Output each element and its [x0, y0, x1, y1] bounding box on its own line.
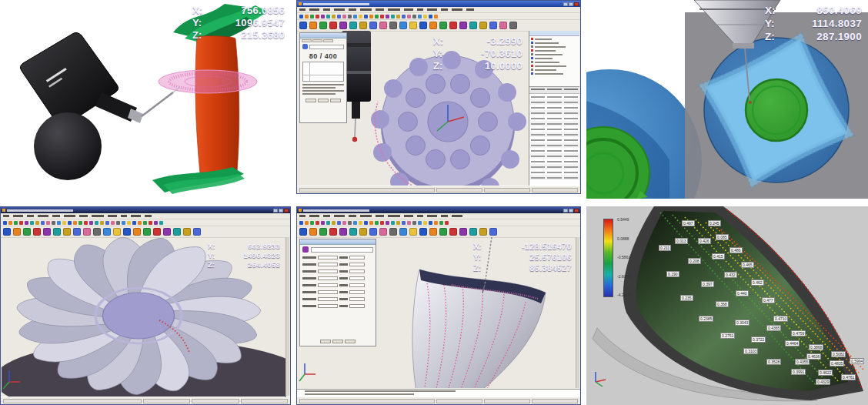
toolbar-icon[interactable]: [407, 15, 411, 18]
toolbar-icon[interactable]: [100, 221, 104, 225]
toolbar-icon[interactable]: [459, 22, 467, 29]
toolbar-icon[interactable]: [423, 15, 427, 18]
toolbar-icon[interactable]: [399, 22, 407, 29]
menu-item[interactable]: [309, 215, 319, 217]
toolbar-icon[interactable]: [193, 228, 201, 236]
toolbar-icon[interactable]: [52, 221, 55, 225]
toolbar-icon[interactable]: [143, 221, 147, 225]
toolbar-icon[interactable]: [409, 228, 417, 236]
value-input[interactable]: [349, 304, 365, 308]
toolbar-icon[interactable]: [310, 221, 314, 225]
menu-item[interactable]: [452, 215, 462, 217]
toolbar-icon[interactable]: [479, 228, 487, 236]
toolbar-icon[interactable]: [138, 221, 142, 225]
toolbar-icon[interactable]: [364, 15, 368, 18]
table-row[interactable]: [529, 105, 579, 110]
toolbar-icon[interactable]: [43, 228, 51, 236]
dialog-title-bar[interactable]: [300, 239, 376, 245]
toolbar-icon[interactable]: [449, 22, 457, 29]
table-row[interactable]: [529, 126, 579, 132]
toolbar-icon[interactable]: [391, 15, 395, 18]
menu-item[interactable]: [38, 215, 48, 217]
toolbar-icon[interactable]: [389, 22, 397, 29]
menu-item[interactable]: [64, 215, 75, 217]
toolbar-icon[interactable]: [319, 228, 327, 236]
toolbar-icon[interactable]: [132, 221, 136, 225]
toolbar-icon[interactable]: [439, 22, 447, 29]
table-row[interactable]: [529, 159, 579, 164]
menu-item[interactable]: [441, 8, 448, 11]
toolbar-icon[interactable]: [412, 15, 416, 18]
toolbar-icon[interactable]: [419, 22, 427, 29]
toolbar-icon[interactable]: [13, 228, 21, 236]
toolbar-icon[interactable]: [339, 22, 347, 29]
toolbar-icon[interactable]: [309, 22, 317, 29]
toolbar-icon[interactable]: [359, 22, 367, 29]
menu-item[interactable]: [299, 215, 305, 217]
table-row[interactable]: [529, 148, 579, 153]
dialog-button[interactable]: [330, 99, 341, 102]
value-input[interactable]: [349, 297, 365, 301]
toolbar-icon[interactable]: [396, 15, 400, 18]
tree-item[interactable]: [531, 72, 578, 75]
toolbar-icon[interactable]: [122, 221, 125, 225]
toolbar-icon[interactable]: [429, 221, 432, 225]
value-input[interactable]: [349, 283, 365, 287]
toolbar-icon[interactable]: [429, 15, 432, 18]
toolbar-icon[interactable]: [309, 228, 317, 236]
value-input[interactable]: [349, 256, 365, 259]
table-row[interactable]: [529, 137, 579, 142]
toolbar-icon[interactable]: [329, 22, 337, 29]
value-input[interactable]: [318, 263, 338, 266]
toolbar-icon[interactable]: [364, 221, 368, 225]
dialog-button[interactable]: [320, 340, 331, 343]
value-input[interactable]: [349, 290, 365, 294]
toolbar-icon[interactable]: [375, 221, 379, 225]
toolbar-icon[interactable]: [429, 22, 437, 29]
toolbar-icon[interactable]: [133, 228, 141, 236]
dialog-button[interactable]: [305, 99, 316, 102]
toolbar-icon[interactable]: [409, 22, 417, 29]
title-bar[interactable]: [1, 207, 290, 213]
toolbar-icon[interactable]: [353, 221, 357, 225]
menu-item[interactable]: [417, 8, 423, 11]
toolbar-icon[interactable]: [342, 15, 346, 18]
toolbar-icon[interactable]: [434, 221, 438, 225]
toolbar-icon[interactable]: [35, 221, 39, 225]
message-log[interactable]: [297, 389, 580, 397]
menu-item[interactable]: [13, 215, 23, 217]
toolbar-icon[interactable]: [369, 22, 377, 29]
toolbar-icon[interactable]: [423, 221, 427, 225]
toolbar-icon[interactable]: [348, 221, 352, 225]
menu-item[interactable]: [121, 215, 127, 217]
toolbar-icon[interactable]: [379, 22, 387, 29]
close-button[interactable]: [574, 2, 579, 6]
results-table[interactable]: [529, 86, 579, 186]
toolbar-icon[interactable]: [439, 221, 443, 225]
toolbar-icon[interactable]: [402, 221, 406, 225]
maximize-button[interactable]: [569, 2, 573, 6]
toolbar-icon[interactable]: [407, 221, 411, 225]
toolbar-icon[interactable]: [159, 221, 163, 225]
toolbar-icon[interactable]: [337, 221, 341, 225]
toolbar-icon[interactable]: [84, 221, 88, 225]
menu-item[interactable]: [334, 215, 345, 217]
value-input[interactable]: [349, 276, 365, 280]
toolbar-icon[interactable]: [89, 221, 93, 225]
menu-item[interactable]: [452, 8, 462, 11]
toolbar-icon[interactable]: [402, 15, 406, 18]
toolbar-icon[interactable]: [434, 15, 438, 18]
toolbar-icon[interactable]: [116, 221, 120, 225]
menu-item[interactable]: [349, 8, 356, 11]
toolbar-icon[interactable]: [173, 228, 181, 236]
toolbar-icon[interactable]: [418, 221, 422, 225]
toolbar-icon[interactable]: [127, 221, 131, 225]
toolbar-icon[interactable]: [68, 221, 72, 225]
menu-item[interactable]: [323, 8, 330, 11]
feature-tree[interactable]: [529, 36, 579, 76]
value-input[interactable]: [349, 263, 365, 266]
table-row[interactable]: [529, 94, 579, 99]
toolbar-icon[interactable]: [299, 221, 303, 225]
table-row[interactable]: [529, 115, 579, 121]
menu-item[interactable]: [466, 8, 474, 11]
